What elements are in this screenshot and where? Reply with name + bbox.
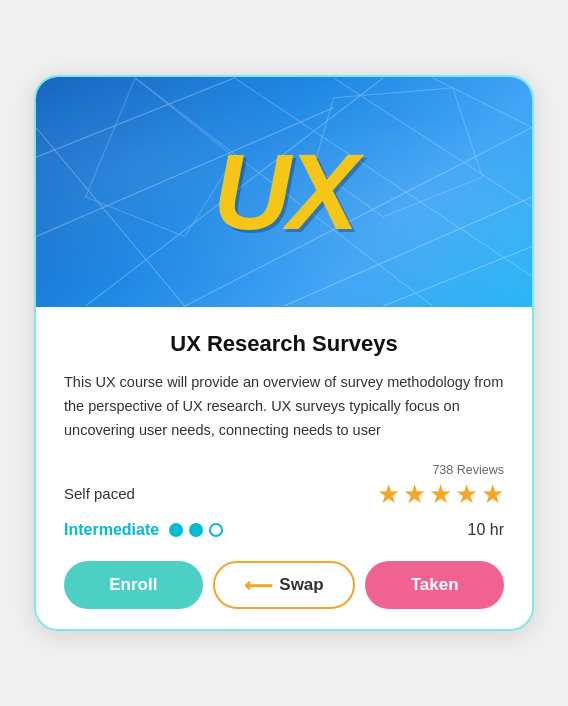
course-title: UX Research Surveys bbox=[64, 331, 504, 357]
duration-label: 10 hr bbox=[468, 521, 504, 539]
level-left: Intermediate bbox=[64, 521, 223, 539]
taken-button[interactable]: Taken bbox=[365, 561, 504, 609]
star-2: ★ bbox=[403, 481, 426, 507]
course-description: This UX course will provide an overview … bbox=[64, 371, 504, 443]
swap-button[interactable]: ⟵ Swap bbox=[213, 561, 356, 609]
self-paced-label: Self paced bbox=[64, 485, 135, 502]
swap-label: Swap bbox=[279, 575, 323, 595]
star-5: ★ bbox=[481, 481, 504, 507]
star-rating: ★ ★ ★ ★ ★ bbox=[377, 481, 504, 507]
star-3: ★ bbox=[429, 481, 452, 507]
paced-stars-row: Self paced ★ ★ ★ ★ ★ bbox=[64, 481, 504, 507]
card-body: UX Research Surveys This UX course will … bbox=[36, 307, 532, 629]
course-card: UX UX Research Surveys This UX course wi… bbox=[34, 75, 534, 631]
svg-line-6 bbox=[36, 128, 185, 307]
buttons-row: Enroll ⟵ Swap Taken bbox=[64, 561, 504, 609]
star-1: ★ bbox=[377, 481, 400, 507]
svg-line-5 bbox=[383, 247, 532, 307]
dot-3 bbox=[209, 523, 223, 537]
level-duration-row: Intermediate 10 hr bbox=[64, 521, 504, 539]
difficulty-dots bbox=[169, 523, 223, 537]
enroll-button[interactable]: Enroll bbox=[64, 561, 203, 609]
star-4: ★ bbox=[455, 481, 478, 507]
course-logo: UX bbox=[213, 138, 355, 246]
level-label: Intermediate bbox=[64, 521, 159, 539]
svg-line-0 bbox=[36, 78, 234, 157]
dot-1 bbox=[169, 523, 183, 537]
dot-2 bbox=[189, 523, 203, 537]
reviews-row: 738 Reviews bbox=[64, 463, 504, 477]
svg-line-10 bbox=[433, 78, 532, 128]
course-image: UX bbox=[36, 77, 532, 307]
reviews-count: 738 Reviews bbox=[432, 463, 504, 477]
swap-arrow-icon: ⟵ bbox=[244, 573, 273, 597]
